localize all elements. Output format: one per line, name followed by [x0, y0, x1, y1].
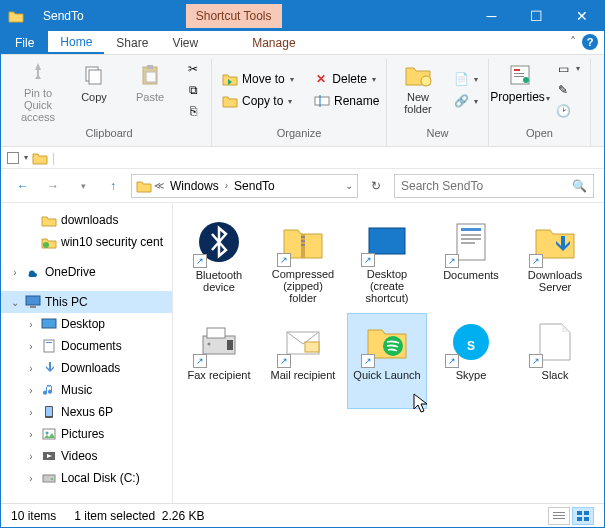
nav-item-onedrive[interactable]: ›OneDrive [1, 261, 172, 283]
desktop-icon [41, 316, 57, 332]
svg-rect-5 [315, 97, 329, 105]
forward-button[interactable]: → [41, 174, 65, 198]
contextual-tab-shortcut-tools[interactable]: Shortcut Tools [186, 4, 282, 28]
easy-access-button[interactable]: 🔗▾ [449, 91, 482, 111]
maximize-button[interactable]: ☐ [514, 1, 559, 31]
edit-button[interactable]: ✎ [551, 80, 584, 99]
computer-icon [25, 294, 41, 310]
select-button[interactable]: Select▾ [597, 59, 605, 121]
svg-rect-9 [514, 69, 520, 71]
chevron-icon[interactable]: ≪ [154, 180, 164, 191]
svg-rect-1 [89, 70, 101, 84]
new-item-button[interactable]: 📄▾ [449, 69, 482, 89]
pin-to-quick-access-button[interactable]: Pin to Quick access [13, 59, 63, 121]
qat-separator: | [52, 151, 55, 165]
nav-item-music[interactable]: ›Music [1, 379, 172, 401]
details-view-button[interactable] [548, 507, 570, 525]
item-mail[interactable]: ↗ Mail recipient [263, 313, 343, 409]
svg-rect-41 [461, 242, 475, 244]
item-quick-launch[interactable]: ↗ Quick Launch [347, 313, 427, 409]
breadcrumb-seg[interactable]: SendTo [230, 179, 279, 193]
nav-item-nexus[interactable]: ›Nexus 6P [1, 401, 172, 423]
item-slack[interactable]: ↗ Slack [515, 313, 595, 409]
nav-item-pictures[interactable]: ›Pictures [1, 423, 172, 445]
svg-point-29 [51, 478, 53, 480]
nav-item-localdisk[interactable]: ›Local Disk (C:) [1, 467, 172, 489]
shortcut-arrow-icon: ↗ [361, 253, 375, 267]
search-box[interactable]: 🔍 [394, 174, 594, 198]
history-button[interactable]: 🕑 [551, 102, 584, 121]
tab-view[interactable]: View [160, 31, 210, 54]
chevron-icon[interactable]: › [225, 180, 228, 191]
item-compressed[interactable]: ↗ Compressed (zipped) folder [263, 213, 343, 309]
svg-rect-43 [207, 328, 225, 338]
copy-button[interactable]: Copy [69, 59, 119, 121]
tab-share[interactable]: Share [104, 31, 160, 54]
edit-icon: ✎ [555, 82, 571, 98]
content-pane[interactable]: ↗ Bluetooth device ↗ Compressed (zipped)… [173, 203, 604, 503]
collapse-ribbon-icon[interactable]: ˄ [570, 35, 576, 49]
search-input[interactable] [401, 179, 587, 193]
title-bar: SendTo Shortcut Tools ─ ☐ ✕ [1, 1, 604, 31]
history-icon: 🕑 [555, 103, 571, 119]
properties-button[interactable]: Properties▾ [495, 59, 545, 121]
shortcut-arrow-icon: ↗ [445, 254, 459, 268]
svg-rect-11 [514, 76, 524, 77]
group-select: Select▾ [591, 59, 605, 146]
shortcut-arrow-icon: ↗ [529, 254, 543, 268]
up-button[interactable]: ↑ [101, 174, 125, 198]
recent-locations-button[interactable]: ▾ [71, 174, 95, 198]
breadcrumb[interactable]: ≪ Windows › SendTo ⌄ [131, 174, 358, 198]
move-to-button[interactable]: Move to▾ [218, 69, 304, 89]
refresh-button[interactable]: ↻ [364, 174, 388, 198]
delete-button[interactable]: ✕Delete▾ [310, 69, 380, 89]
easy-access-icon: 🔗 [453, 93, 469, 109]
svg-point-45 [208, 343, 211, 346]
item-bluetooth[interactable]: ↗ Bluetooth device [179, 213, 259, 309]
nav-item-desktop[interactable]: ›Desktop [1, 313, 172, 335]
nav-item-documents[interactable]: ›Documents [1, 335, 172, 357]
qat-folder-icon [32, 151, 48, 165]
tab-file[interactable]: File [1, 31, 48, 54]
copy-to-icon [222, 93, 238, 109]
nav-item-downloads2[interactable]: ›Downloads [1, 357, 172, 379]
open-button[interactable]: ▭▾ [551, 59, 584, 78]
tab-home[interactable]: Home [48, 31, 104, 54]
rename-button[interactable]: Rename [310, 91, 380, 111]
close-button[interactable]: ✕ [559, 1, 604, 31]
nav-item-videos[interactable]: ›Videos [1, 445, 172, 467]
icons-view-button[interactable] [572, 507, 594, 525]
minimize-button[interactable]: ─ [469, 1, 514, 31]
group-organize: Move to▾ Copy to▾ ✕Delete▾ Rename Organi… [212, 59, 387, 146]
item-fax[interactable]: ↗ Fax recipient [179, 313, 259, 409]
svg-rect-34 [301, 244, 305, 246]
item-documents[interactable]: ↗ Documents [431, 213, 511, 309]
svg-rect-33 [301, 240, 305, 242]
navigation-pane[interactable]: downloads win10 security cent ›OneDrive … [1, 203, 173, 503]
tab-manage[interactable]: Manage [240, 31, 307, 54]
cut-button[interactable]: ✂ [181, 59, 205, 78]
qat-dropdown[interactable]: ▾ [24, 153, 28, 162]
paste-button[interactable]: Paste [125, 59, 175, 121]
breadcrumb-dropdown[interactable]: ⌄ [345, 180, 353, 191]
shortcut-arrow-icon: ↗ [193, 254, 207, 268]
item-downloads-server[interactable]: ↗ Downloads Server [515, 213, 595, 309]
copy-to-button[interactable]: Copy to▾ [218, 91, 304, 111]
nav-item-win10[interactable]: win10 security cent [1, 231, 172, 253]
breadcrumb-seg[interactable]: Windows [166, 179, 223, 193]
documents-icon [41, 338, 57, 354]
qat-checkbox[interactable] [7, 152, 19, 164]
item-skype[interactable]: S↗ Skype [431, 313, 511, 409]
paste-shortcut-button[interactable]: ⎘ [181, 102, 205, 121]
nav-item-downloads[interactable]: downloads [1, 209, 172, 231]
folder-icon [41, 234, 57, 250]
item-desktop[interactable]: ↗ Desktop (create shortcut) [347, 213, 427, 309]
help-icon[interactable]: ? [582, 34, 598, 50]
nav-item-this-pc[interactable]: ⌄This PC [1, 291, 172, 313]
back-button[interactable]: ← [11, 174, 35, 198]
open-icon: ▭ [555, 61, 571, 77]
copy-path-button[interactable]: ⧉ [181, 80, 205, 99]
svg-point-12 [523, 77, 529, 83]
svg-point-26 [46, 432, 49, 435]
new-folder-button[interactable]: New folder [393, 59, 443, 121]
